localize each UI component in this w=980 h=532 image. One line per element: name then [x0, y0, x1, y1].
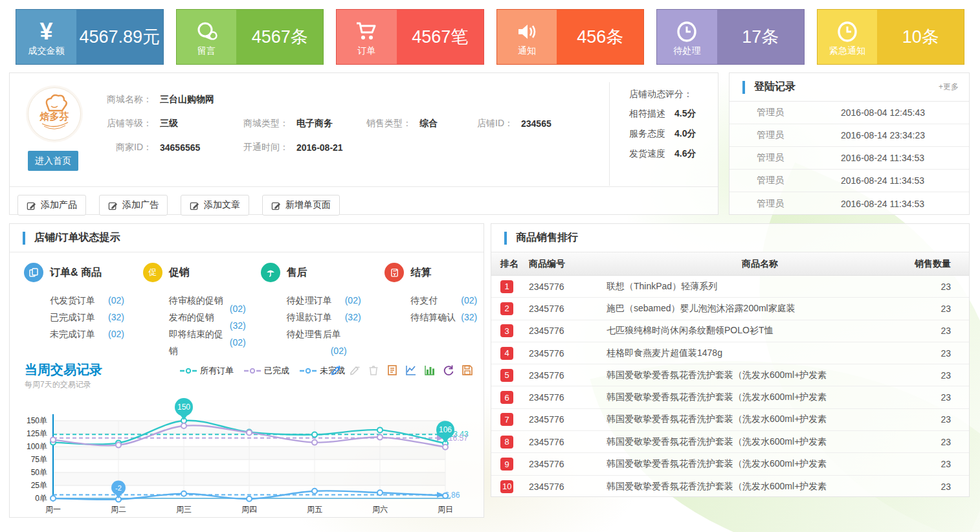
add-ad-button[interactable]: 添加广告	[99, 195, 168, 216]
login-record-row: 管理员2016-08-24 11:34:53	[729, 147, 969, 170]
data-view-icon[interactable]	[386, 364, 399, 377]
login-record-row: 管理员2016-08-14 23:34:23	[729, 124, 969, 147]
dashboard-page: ¥ 成交金额 4567.89元 留言 4567条 订单 4567笔 通知 456…	[0, 0, 980, 532]
status-item: (02)	[287, 342, 385, 359]
shop-type-value: 电子商务	[296, 118, 333, 129]
legend-marker-icon	[244, 368, 261, 374]
stat-card-amount: ¥ 成交金额 4567.89元	[16, 9, 164, 65]
rating-label: 相符描述	[629, 108, 665, 118]
stat-card-label: 成交金额	[28, 45, 64, 57]
legend-marker-icon	[300, 368, 317, 374]
login-record-row: 管理员2016-08-24 11:34:53	[729, 170, 969, 192]
shop-logo-text: 焙多芬	[39, 111, 69, 122]
svg-text:150单: 150单	[27, 416, 47, 425]
stat-card-value: 4567笔	[397, 10, 484, 64]
status-count: (02)	[230, 300, 246, 317]
mark-pencil-icon[interactable]	[329, 364, 342, 377]
legend-item-completed[interactable]: 已完成	[244, 365, 289, 377]
shop-action-buttons: 添加产品 添加广告 添加文章 新增单页面	[10, 186, 718, 223]
ranking-title: 商品销售排行	[516, 231, 578, 245]
shop-level-value: 三级	[160, 118, 178, 129]
add-page-button[interactable]: 新增单页面	[262, 195, 340, 216]
unmark-pencil-icon[interactable]	[348, 364, 361, 377]
title-accent-bar	[742, 81, 745, 94]
svg-text:150: 150	[177, 403, 190, 412]
svg-text:周四: 周四	[241, 505, 257, 514]
status-group-name: 售后	[287, 266, 307, 280]
chart-legend: 所有订单 已完成 未完成	[180, 365, 345, 377]
enter-shop-button[interactable]: 进入首页	[28, 151, 78, 171]
status-item[interactable]: 未完成订单(02)	[50, 326, 143, 342]
status-item[interactable]: 待结算确认(32)	[410, 309, 480, 326]
svg-text:周三: 周三	[176, 505, 192, 514]
weekly-trend-chart: 当周交易记录 每周7天的交易记录 所有订单 已完成 未完成	[19, 361, 475, 518]
header-name: 商品名称	[607, 258, 913, 270]
status-group-settlement: 结算 待支付(02) 待结算确认(32)	[384, 263, 480, 359]
status-item[interactable]: 待处理订单(02)	[287, 292, 385, 309]
status-item[interactable]: 待审核的促销	[169, 292, 228, 309]
stat-card-label: 紧急通知	[829, 45, 865, 57]
stat-cards-row: ¥ 成交金额 4567.89元 留言 4567条 订单 4567笔 通知 456…	[16, 9, 964, 65]
cart-icon	[354, 19, 379, 45]
status-item[interactable]: 待退款订单(32)	[287, 309, 385, 326]
save-image-icon[interactable]	[461, 364, 474, 377]
login-records-title: 登陆记录	[754, 80, 796, 94]
clock-icon	[675, 19, 698, 45]
promo-badge-icon: 促	[143, 263, 162, 282]
status-item[interactable]: 发布的促销	[169, 309, 228, 326]
chart-toolbox	[329, 364, 474, 377]
rank-badge: 9	[500, 458, 513, 471]
stat-card-value: 17条	[717, 10, 804, 64]
stat-card-value: 456条	[557, 10, 643, 64]
table-row: 42345776桂格即食燕麦片超值装1478g23	[491, 342, 969, 364]
header-code: 商品编号	[529, 258, 607, 270]
table-row: 52345776韩国爱敬挚爱香氛花香洗护套装（洗发水600ml+护发素23	[491, 364, 969, 386]
svg-text:-2: -2	[115, 484, 122, 492]
login-time: 2016-08-24 11:34:53	[841, 175, 924, 186]
svg-text:0单: 0单	[35, 494, 47, 503]
svg-text:125单: 125单	[27, 429, 47, 438]
yen-icon: ¥	[39, 19, 52, 45]
header-qty: 销售数量	[913, 258, 969, 270]
line-chart-icon[interactable]	[405, 364, 418, 377]
rank-badge: 8	[500, 436, 513, 449]
edit-icon	[108, 201, 118, 210]
bar-chart-icon[interactable]	[423, 364, 436, 377]
sales-ranking-panel: 商品销售排行 排名 商品编号 商品名称 销售数量 12345776联想（Thin…	[491, 223, 970, 497]
rank-badge: 5	[500, 369, 513, 382]
table-row: 32345776七匹狼纯棉时尚休闲条纹翻领POLO衫T恤23	[491, 320, 969, 342]
stat-card-label: 留言	[197, 45, 216, 57]
status-item[interactable]: 代发货订单(02)	[50, 292, 143, 309]
ranking-table-body: 12345776联想（ThinkPad）轻薄系列23 22345776施巴（se…	[491, 276, 969, 498]
rating-value: 4.5分	[674, 108, 696, 118]
stat-card-value: 4567条	[236, 10, 323, 64]
field-label: 店铺等级：	[93, 118, 152, 129]
status-group-name: 结算	[410, 266, 431, 280]
stat-card-messages: 留言 4567条	[176, 9, 324, 65]
status-item[interactable]: 已完成订单(32)	[50, 309, 143, 326]
status-item[interactable]: 待支付(02)	[410, 292, 480, 309]
restore-icon[interactable]	[442, 364, 455, 377]
legend-item-all-orders[interactable]: 所有订单	[180, 365, 234, 377]
more-link[interactable]: +更多	[939, 82, 959, 93]
edit-icon	[190, 201, 199, 210]
calculator-icon	[384, 263, 404, 282]
status-item[interactable]: 即将结束的促销	[169, 326, 228, 359]
status-item[interactable]: 待处理售后单	[287, 326, 385, 342]
shop-fields: 商城名称：三台山购物网 店铺等级：三级 商城类型：电子商务 销售类型：综合 店铺…	[93, 87, 604, 159]
rank-badge: 10	[500, 480, 513, 493]
add-article-button[interactable]: 添加文章	[181, 195, 249, 216]
add-product-button[interactable]: 添加产品	[17, 195, 86, 216]
svg-text:周二: 周二	[111, 505, 126, 514]
edit-icon	[27, 201, 36, 210]
documents-icon	[24, 263, 43, 282]
rank-badge: 2	[500, 302, 513, 315]
legend-marker-icon	[180, 368, 197, 374]
clear-trash-icon[interactable]	[367, 364, 380, 377]
stat-card-value: 10条	[877, 10, 964, 64]
table-row: 22345776施巴（sebamed）婴儿泡泡沐浴露200ml家庭装23	[491, 298, 969, 320]
stat-card-value: 4567.89元	[76, 10, 163, 64]
stat-card-orders: 订单 4567笔	[336, 9, 484, 65]
rating-label: 服务态度	[629, 128, 665, 139]
field-label: 店铺ID：	[474, 118, 513, 129]
